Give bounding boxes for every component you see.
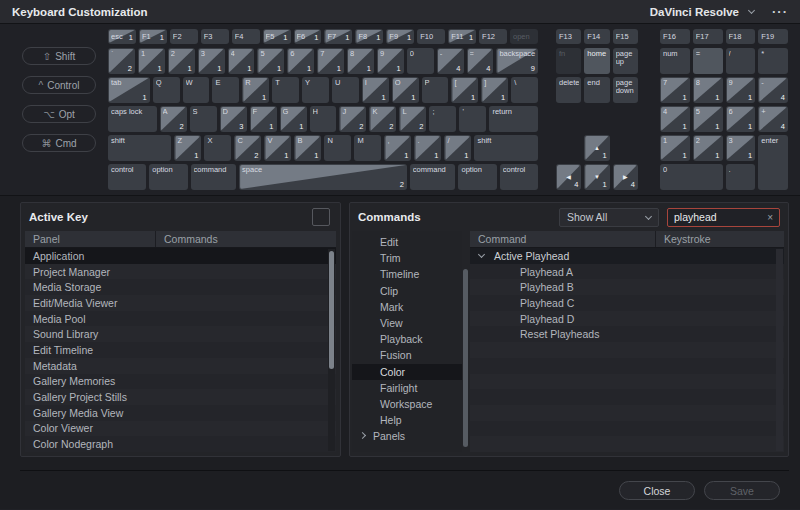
- key-p[interactable]: P: [422, 77, 449, 103]
- table-row[interactable]: Edit/Media Viewer: [25, 295, 336, 311]
- key-w[interactable]: W: [183, 77, 210, 103]
- key-shift[interactable]: shift: [108, 135, 171, 161]
- command-search-input[interactable]: [674, 211, 762, 223]
- category-item-trim[interactable]: Trim: [352, 250, 462, 266]
- scrollbar-thumb[interactable]: [463, 269, 468, 447]
- keyboard-layout-select[interactable]: DaVinci Resolve: [650, 6, 739, 18]
- table-row[interactable]: Gallery Media View: [25, 405, 336, 421]
- column-header-panel[interactable]: Panel: [25, 231, 156, 247]
- table-row[interactable]: Application: [25, 248, 336, 264]
- category-item-view[interactable]: View: [352, 315, 462, 331]
- key-f1[interactable]: F11: [139, 29, 167, 44]
- table-row[interactable]: Edit Timeline: [25, 342, 336, 358]
- key-bracket-left[interactable]: [1: [451, 77, 478, 103]
- key-1[interactable]: 11: [138, 48, 165, 74]
- key-backslash[interactable]: \: [511, 77, 538, 103]
- key-j[interactable]: J2: [339, 106, 366, 132]
- key-d[interactable]: D3: [220, 106, 247, 132]
- category-item-fairlight[interactable]: Fairlight: [352, 380, 462, 396]
- key-page-up[interactable]: page up: [613, 48, 638, 74]
- category-item-clip[interactable]: Clip: [352, 283, 462, 299]
- key-k[interactable]: K2: [369, 106, 396, 132]
- key-f13[interactable]: F13: [556, 29, 581, 44]
- key-f16[interactable]: F16: [660, 29, 690, 44]
- modifier-button-opt[interactable]: ⌥Opt: [22, 105, 96, 123]
- key-o[interactable]: O1: [392, 77, 419, 103]
- key-g[interactable]: G1: [280, 106, 307, 132]
- scrollbar-thumb[interactable]: [329, 251, 334, 369]
- category-item-color[interactable]: Color: [352, 364, 462, 380]
- key-numpad-asterisk[interactable]: *: [758, 48, 788, 74]
- close-button[interactable]: Close: [619, 481, 695, 500]
- key-command[interactable]: command: [191, 164, 237, 190]
- key-h[interactable]: H: [310, 106, 337, 132]
- category-item-edit[interactable]: Edit: [352, 234, 462, 250]
- key-numpad-8[interactable]: 81: [693, 77, 723, 103]
- key-m[interactable]: M: [354, 135, 381, 161]
- key-f9[interactable]: F91: [386, 29, 414, 44]
- command-row[interactable]: Playhead C: [470, 295, 784, 311]
- key-8[interactable]: 81: [347, 48, 374, 74]
- table-row[interactable]: Media Pool: [25, 311, 336, 327]
- key-return[interactable]: return: [489, 106, 538, 132]
- key-numpad-9[interactable]: 91: [726, 77, 756, 103]
- key-control-right[interactable]: control: [500, 164, 538, 190]
- key-t[interactable]: T: [272, 77, 299, 103]
- clear-search-icon[interactable]: ×: [767, 212, 773, 223]
- key-y[interactable]: Y: [302, 77, 329, 103]
- column-header-command[interactable]: Command: [470, 231, 656, 247]
- key-up-arrow[interactable]: ▲1: [584, 135, 609, 161]
- key-f5[interactable]: F51: [263, 29, 291, 44]
- key-shift-right[interactable]: shift: [474, 135, 537, 161]
- key-down-arrow[interactable]: ▼1: [584, 164, 609, 190]
- key-v[interactable]: V1: [264, 135, 291, 161]
- category-item-panels[interactable]: Panels: [352, 428, 462, 444]
- key-open[interactable]: open: [510, 29, 538, 44]
- column-header-commands[interactable]: Commands: [156, 233, 336, 245]
- key-6[interactable]: 61: [287, 48, 314, 74]
- key-period[interactable]: .1: [414, 135, 441, 161]
- key-esc[interactable]: esc1: [108, 29, 136, 44]
- key-4[interactable]: 41: [228, 48, 255, 74]
- key-5[interactable]: 51: [257, 48, 284, 74]
- column-header-keystroke[interactable]: Keystroke: [656, 233, 784, 245]
- key-fn[interactable]: fn: [556, 48, 581, 74]
- key-7[interactable]: 71: [317, 48, 344, 74]
- key-f4[interactable]: F4: [232, 29, 260, 44]
- key-quote[interactable]: ': [459, 106, 486, 132]
- modifier-button-shift[interactable]: ⇧Shift: [22, 47, 96, 65]
- key-u[interactable]: U: [332, 77, 359, 103]
- key-bracket-right[interactable]: ]1: [481, 77, 508, 103]
- key-numpad-minus[interactable]: -4: [758, 77, 788, 103]
- key-f11[interactable]: F111: [448, 29, 476, 44]
- key-tab[interactable]: tab1: [108, 77, 150, 103]
- key-s[interactable]: S: [190, 106, 217, 132]
- key-f6[interactable]: F61: [294, 29, 322, 44]
- category-item-fusion[interactable]: Fusion: [352, 347, 462, 363]
- key-left-arrow[interactable]: ◀4: [556, 164, 581, 190]
- table-row[interactable]: Sound Library: [25, 326, 336, 342]
- chevron-down-icon[interactable]: [748, 7, 755, 14]
- key-comma[interactable]: ,1: [384, 135, 411, 161]
- table-row[interactable]: Media Storage: [25, 279, 336, 295]
- table-row[interactable]: Gallery Memories: [25, 374, 336, 390]
- key-n[interactable]: N: [324, 135, 351, 161]
- key-backtick[interactable]: `2: [108, 48, 135, 74]
- options-menu-icon[interactable]: ···: [772, 4, 788, 19]
- key-numpad-6[interactable]: 61: [726, 106, 756, 132]
- table-row[interactable]: Project Manager: [25, 264, 336, 280]
- key-f14[interactable]: F14: [584, 29, 609, 44]
- key-backspace[interactable]: backspace9: [496, 48, 538, 74]
- key-command-right[interactable]: command: [410, 164, 456, 190]
- key-enter[interactable]: enter: [758, 135, 788, 190]
- category-item-workspace[interactable]: Workspace: [352, 396, 462, 412]
- save-button[interactable]: Save: [704, 481, 780, 500]
- key-numpad-3[interactable]: 31: [726, 135, 756, 161]
- key-space[interactable]: space2: [239, 164, 407, 190]
- category-item-mark[interactable]: Mark: [352, 299, 462, 315]
- category-item-help[interactable]: Help: [352, 412, 462, 428]
- key-delete[interactable]: delete: [556, 77, 581, 103]
- key-control[interactable]: control: [108, 164, 146, 190]
- active-key-scrollbar[interactable]: [328, 249, 335, 451]
- table-row[interactable]: Metadata: [25, 358, 336, 374]
